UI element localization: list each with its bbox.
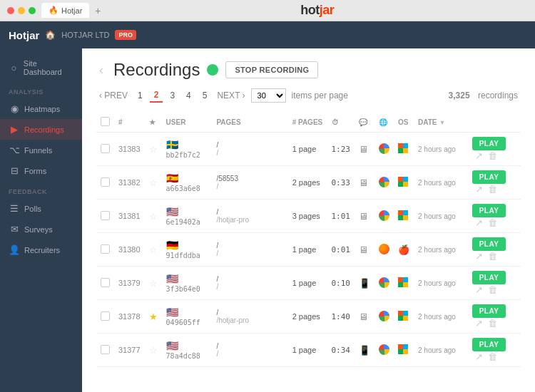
delete-icon[interactable]: 🗑 [488, 318, 497, 329]
browser-tab[interactable]: 🔥 Hotjar [41, 3, 89, 18]
row-os-cell [394, 300, 414, 334]
page-path-primary: / [216, 141, 283, 149]
new-tab-button[interactable]: + [95, 5, 101, 16]
share-icon[interactable]: ↗ [475, 284, 483, 295]
sidebar-item-forms[interactable]: ⊟ Forms [0, 160, 82, 181]
row-star-cell: ★ [145, 300, 162, 334]
star-toggle[interactable]: ☆ [149, 278, 158, 289]
star-toggle[interactable]: ★ [149, 311, 158, 322]
table-row: 31377 ☆ 🇺🇸 78a4dc88 // 1 page 0:34 📱 2 h… [96, 334, 521, 367]
row-checkbox[interactable] [101, 211, 110, 220]
share-icon[interactable]: ↗ [475, 217, 483, 228]
row-os-cell [394, 166, 414, 200]
star-toggle[interactable]: ☆ [149, 211, 158, 222]
row-checkbox-cell [96, 267, 114, 300]
nav-account[interactable]: HOTJAR LTD [61, 31, 109, 39]
row-browser-cell [374, 300, 394, 334]
star-toggle[interactable]: ☆ [149, 345, 158, 356]
share-icon[interactable]: ↗ [475, 251, 483, 262]
play-button[interactable]: PLAY [472, 137, 506, 150]
share-icon[interactable]: ↗ [475, 150, 483, 161]
polls-icon: ☰ [9, 203, 20, 214]
th-date[interactable]: DATE ▼ [414, 113, 468, 133]
row-star-cell: ☆ [145, 267, 162, 300]
user-id: 91dfddba [166, 252, 200, 259]
delete-icon[interactable]: 🗑 [488, 251, 497, 262]
date-sort[interactable]: DATE ▼ [418, 118, 464, 126]
hotjar-logo: hotjar [300, 3, 334, 18]
row-checkbox[interactable] [101, 177, 110, 187]
desktop-icon: 🖥 [359, 311, 368, 322]
row-actions-cell: PLAY ↗ 🗑 [468, 267, 521, 300]
user-id: 049605ff [166, 319, 200, 326]
row-user-cell: 🇺🇸 78a4dc88 [162, 334, 213, 367]
pagination-page-5[interactable]: 5 [198, 89, 212, 102]
sidebar-item-heatmaps[interactable]: ◉ Heatmaps [0, 98, 82, 119]
play-button[interactable]: PLAY [472, 237, 506, 251]
chrome-icon [379, 311, 389, 321]
user-flag: 🇺🇸 [166, 340, 178, 351]
nav-brand[interactable]: Hotjar [9, 29, 39, 41]
sidebar-item-polls[interactable]: ☰ Polls [0, 198, 82, 219]
row-id-cell: 31383 [114, 133, 145, 166]
row-pages-cell: //hotjar-pro [212, 300, 287, 334]
play-button[interactable]: PLAY [472, 204, 506, 217]
row-checkbox[interactable] [101, 144, 110, 153]
row-checkbox[interactable] [101, 311, 110, 321]
stop-recording-button[interactable]: STOP RECORDING [225, 61, 318, 78]
share-icon[interactable]: ↗ [475, 318, 483, 329]
row-actions-cell: PLAY ↗ 🗑 [468, 166, 521, 200]
chrome-icon [379, 210, 389, 221]
delete-icon[interactable]: 🗑 [488, 351, 497, 362]
recordings-table: # ★ USER PAGES # PAGES ⏱ 💬 🌐 OS DATE ▼ [96, 113, 521, 367]
tab-favicon: 🔥 [49, 6, 58, 15]
play-button[interactable]: PLAY [472, 170, 506, 184]
row-pages-cell: /58553/ [212, 166, 287, 200]
play-button[interactable]: PLAY [472, 271, 506, 284]
delete-icon[interactable]: 🗑 [488, 150, 497, 161]
pagination-page-2[interactable]: 2 [150, 88, 163, 103]
pagination-page-1[interactable]: 1 [133, 89, 147, 102]
user-id: bb2fb7c2 [166, 151, 200, 159]
share-icon[interactable]: ↗ [475, 351, 483, 362]
row-checkbox[interactable] [101, 278, 110, 287]
table-row: 31383 ☆ 🇸🇪 bb2fb7c2 // 1 page 1:23 🖥 2 h… [96, 133, 521, 166]
browser-bar: 🔥 Hotjar + hotjar [0, 0, 535, 21]
row-checkbox[interactable] [101, 345, 110, 354]
pagination-prev[interactable]: ‹ PREV [96, 89, 131, 102]
star-toggle[interactable]: ☆ [149, 177, 158, 188]
delete-icon[interactable]: 🗑 [488, 217, 497, 228]
star-toggle[interactable]: ☆ [149, 244, 158, 255]
firefox-icon [379, 244, 389, 254]
collapse-button[interactable]: ‹ [96, 63, 106, 78]
row-id-cell: 31381 [114, 200, 145, 233]
browser-dot-green [29, 7, 36, 14]
play-button[interactable]: PLAY [472, 304, 506, 318]
play-button[interactable]: PLAY [472, 338, 506, 351]
surveys-icon: ✉ [9, 224, 20, 234]
row-checkbox[interactable] [101, 244, 110, 254]
sidebar-item-surveys[interactable]: ✉ Surveys [0, 219, 82, 239]
sidebar-item-funnels[interactable]: ⌥ Funnels [0, 140, 82, 160]
per-page-select[interactable]: 30 50 100 [251, 88, 286, 103]
sidebar-item-recordings[interactable]: ▶ Recordings [0, 119, 82, 140]
row-device-cell: 🖥 [355, 300, 374, 334]
page-path-secondary: / [216, 350, 283, 358]
row-checkbox-cell [96, 166, 114, 200]
pagination-next[interactable]: NEXT › [214, 89, 248, 102]
select-all-checkbox[interactable] [101, 117, 110, 126]
row-user-cell: 🇺🇸 3f3b64e0 [162, 267, 213, 300]
star-toggle[interactable]: ☆ [149, 144, 158, 155]
share-icon[interactable]: ↗ [475, 184, 483, 195]
page-path-secondary: / [216, 149, 283, 157]
row-browser-cell [374, 166, 394, 200]
pagination-page-3[interactable]: 3 [165, 89, 179, 102]
pagination-page-4[interactable]: 4 [182, 89, 195, 102]
delete-icon[interactable]: 🗑 [488, 184, 497, 195]
sidebar-item-dashboard[interactable]: ○ Site Dashboard [0, 54, 82, 81]
delete-icon[interactable]: 🗑 [488, 284, 497, 295]
sidebar-item-recruiters[interactable]: 👤 Recruiters [0, 239, 82, 260]
browser-center: hotjar [107, 3, 528, 18]
row-id-cell: 31378 [114, 300, 145, 334]
row-user-cell: 🇺🇸 049605ff [162, 300, 213, 334]
